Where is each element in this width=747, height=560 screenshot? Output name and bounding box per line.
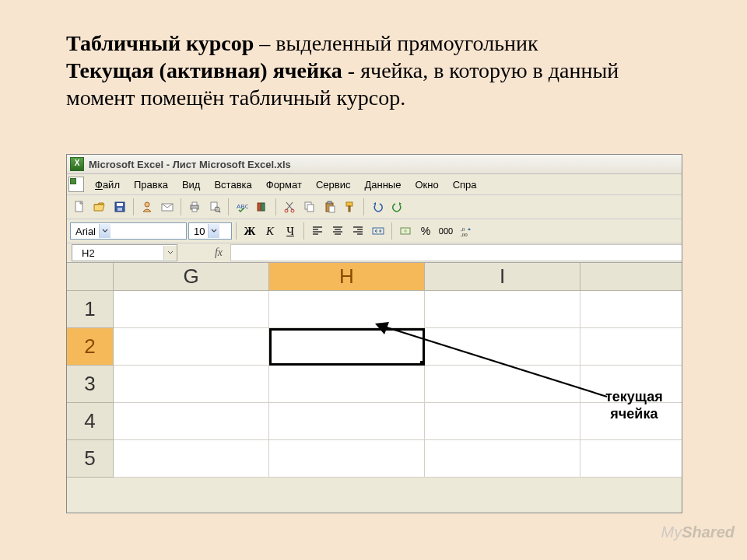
svg-rect-20	[328, 201, 331, 204]
align-center-button[interactable]	[328, 222, 347, 240]
svg-rect-8	[192, 208, 197, 212]
permission-button[interactable]	[138, 198, 156, 216]
svg-point-4	[145, 202, 149, 207]
bold-button[interactable]: Ж	[240, 222, 259, 240]
cell[interactable]	[114, 440, 269, 478]
workbook-icon	[68, 177, 84, 192]
row-header-1[interactable]: 1	[67, 291, 114, 328]
menu-edit[interactable]: Правка	[128, 177, 174, 193]
watermark: MyShared	[661, 523, 735, 541]
cell[interactable]	[114, 403, 269, 440]
research-button[interactable]	[253, 198, 272, 216]
select-all-corner[interactable]	[67, 263, 114, 291]
svg-rect-14	[261, 203, 265, 211]
term-active-cell: Текущая (активная) ячейка	[66, 58, 342, 82]
col-header-i[interactable]: I	[425, 263, 580, 291]
cell[interactable]	[425, 291, 580, 328]
worksheet-grid[interactable]: G H I 1 2 3 4 5	[67, 263, 682, 478]
spelling-button[interactable]: ABC	[233, 198, 251, 216]
svg-rect-18	[307, 205, 314, 212]
increase-decimal-button[interactable]: ,0,00	[457, 222, 475, 240]
separator	[133, 198, 134, 215]
cell[interactable]	[269, 440, 425, 478]
svg-rect-9	[211, 202, 217, 210]
formatting-toolbar: Arial 10 Ж К Ч % 000 ,0,00	[67, 219, 682, 243]
menu-window[interactable]: Окно	[409, 177, 444, 193]
align-right-button[interactable]	[349, 222, 367, 240]
menu-file[interactable]: Файл	[89, 177, 126, 193]
align-left-button[interactable]	[308, 222, 327, 240]
cell[interactable]	[425, 366, 580, 403]
fx-label[interactable]: fx	[209, 247, 229, 259]
col-header-g[interactable]: G	[114, 263, 269, 291]
cell[interactable]	[425, 403, 580, 440]
cell[interactable]	[114, 291, 269, 328]
callout-current-cell: текущая ячейка	[605, 389, 663, 422]
cell-h2[interactable]	[269, 328, 425, 366]
cell[interactable]	[425, 440, 580, 478]
menu-insert[interactable]: Вставка	[208, 177, 258, 193]
svg-line-11	[219, 211, 220, 212]
comma-style-button[interactable]: 000	[437, 222, 455, 240]
paste-button[interactable]	[321, 198, 339, 216]
term-table-cursor: Табличный курсор	[66, 31, 254, 55]
print-button[interactable]	[185, 198, 204, 216]
undo-button[interactable]	[368, 198, 387, 216]
cell[interactable]	[580, 440, 682, 478]
menu-data[interactable]: Данные	[358, 177, 407, 193]
new-button[interactable]	[70, 198, 89, 216]
separator	[236, 222, 237, 240]
row-header-3[interactable]: 3	[67, 366, 114, 403]
format-painter-button[interactable]	[341, 198, 359, 216]
excel-app-icon: X	[70, 157, 84, 171]
standard-toolbar: ABC	[67, 195, 682, 219]
col-header-h[interactable]: H	[269, 263, 425, 291]
menu-tools[interactable]: Сервис	[310, 177, 357, 193]
separator	[363, 198, 364, 215]
name-box[interactable]: H2	[72, 244, 177, 261]
svg-rect-21	[329, 206, 335, 212]
cut-button[interactable]	[280, 198, 299, 216]
menu-view[interactable]: Вид	[176, 177, 207, 193]
cell[interactable]	[580, 291, 682, 328]
open-button[interactable]	[90, 198, 109, 216]
email-button[interactable]	[158, 198, 177, 216]
svg-rect-24	[373, 228, 384, 234]
col-header-next[interactable]	[580, 263, 682, 291]
print-preview-button[interactable]	[205, 198, 224, 216]
menu-format[interactable]: Формат	[260, 177, 308, 193]
cell[interactable]	[580, 328, 682, 366]
font-name-value: Arial	[75, 226, 96, 237]
cell[interactable]	[114, 366, 269, 403]
separator	[228, 198, 229, 215]
cell[interactable]	[269, 291, 425, 328]
chevron-down-icon	[99, 224, 110, 238]
row-header-2[interactable]: 2	[67, 328, 114, 366]
separator	[391, 222, 392, 240]
underline-button[interactable]: Ч	[281, 222, 300, 240]
cell[interactable]	[269, 403, 425, 440]
redo-button[interactable]	[388, 198, 407, 216]
svg-rect-2	[117, 203, 123, 206]
row-header-5[interactable]: 5	[67, 440, 114, 478]
cell[interactable]	[269, 366, 425, 403]
separator	[181, 198, 181, 215]
italic-button[interactable]: К	[261, 222, 279, 240]
row-header-4[interactable]: 4	[67, 403, 114, 440]
font-size-combo[interactable]: 10	[188, 222, 232, 240]
save-button[interactable]	[110, 198, 129, 216]
svg-text:,00: ,00	[461, 232, 468, 237]
cell[interactable]	[425, 328, 580, 366]
font-name-combo[interactable]: Arial	[70, 222, 187, 240]
merge-center-button[interactable]	[369, 222, 388, 240]
percent-button[interactable]: %	[416, 222, 435, 240]
copy-button[interactable]	[300, 198, 319, 216]
excel-window: X Microsoft Excel - Лист Microsoft Excel…	[66, 154, 682, 513]
currency-button[interactable]	[396, 222, 415, 240]
menu-help[interactable]: Спра	[447, 177, 483, 193]
cell[interactable]	[114, 328, 269, 366]
font-size-value: 10	[194, 226, 205, 237]
chevron-down-icon	[163, 246, 177, 260]
formula-bar[interactable]	[230, 244, 682, 261]
separator	[303, 222, 304, 240]
